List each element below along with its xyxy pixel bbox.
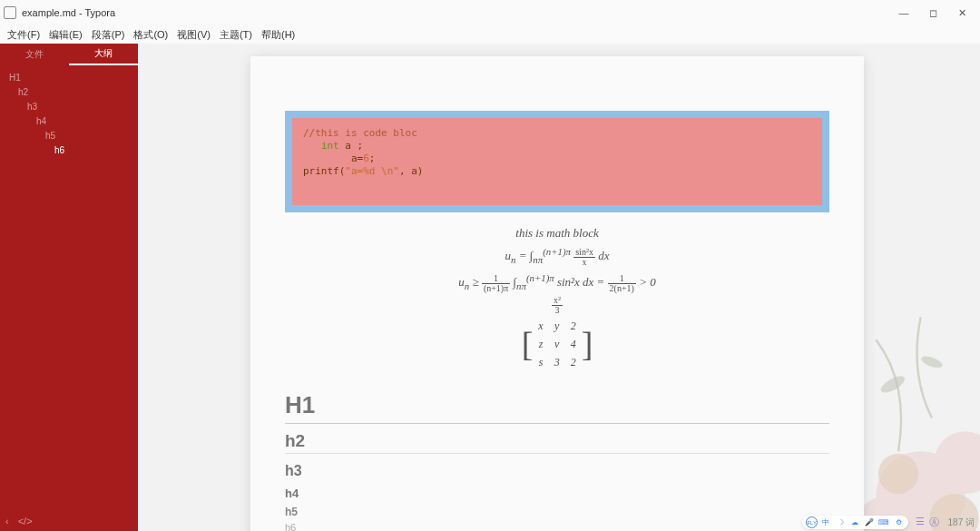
ime-language-icon[interactable]: 中	[820, 516, 832, 528]
back-icon[interactable]: ‹	[5, 516, 9, 526]
window-title: example.md - Typora	[22, 7, 115, 18]
heading-h4[interactable]: h4	[285, 487, 829, 500]
menu-theme[interactable]: 主题(T)	[216, 26, 256, 44]
moon-icon[interactable]: ☽	[835, 516, 847, 528]
code-comment: //this is code bloc	[303, 127, 417, 139]
gear-icon[interactable]: ⚙	[893, 516, 905, 528]
svg-point-5	[878, 373, 907, 396]
outline-item-h2[interactable]: h2	[4, 85, 134, 100]
code-text: a ;	[339, 140, 364, 152]
maximize-button[interactable]: ◻	[918, 0, 947, 25]
mic-icon[interactable]: 🎤	[864, 516, 876, 528]
math-line-3: x²3	[285, 296, 829, 315]
math-line-2: un ≥ 1(n+1)π ∫nπ(n+1)π sin²x dx = 12(n+1…	[285, 270, 829, 294]
outline-item-h5[interactable]: h5	[4, 129, 134, 143]
menubar: 文件(F) 编辑(E) 段落(P) 格式(O) 视图(V) 主题(T) 帮助(H…	[0, 25, 980, 44]
menu-help[interactable]: 帮助(H)	[258, 26, 299, 44]
heading-h3[interactable]: h3	[285, 463, 829, 479]
outline-item-h4[interactable]: h4	[4, 114, 134, 129]
editor-area[interactable]: //this is code bloc int a ; a=6; printf(…	[138, 44, 980, 531]
menu-format[interactable]: 格式(O)	[130, 26, 172, 44]
keyboard-icon[interactable]: ⌨	[878, 516, 890, 528]
heading-h1[interactable]: H1	[285, 391, 829, 424]
code-block[interactable]: //this is code bloc int a ; a=6; printf(…	[285, 111, 829, 212]
menu-paragraph[interactable]: 段落(P)	[88, 26, 129, 44]
math-block[interactable]: this is math block un = ∫nπ(n+1)π sin²xx…	[285, 225, 829, 371]
spellcheck-icon[interactable]: Ⓐ	[929, 516, 939, 529]
document-page: //this is code bloc int a ; a=6; printf(…	[250, 56, 864, 531]
sidebar: 文件 大纲 H1 h2 h3 h4 h5 h6 ‹ </>	[0, 44, 138, 531]
menu-file[interactable]: 文件(F)	[4, 26, 44, 44]
outline-item-h6[interactable]: h6	[4, 143, 134, 158]
code-number: 6	[363, 152, 369, 164]
sidebar-tab-files[interactable]: 文件	[0, 44, 69, 65]
math-header: this is math block	[285, 225, 829, 241]
code-keyword: int	[321, 140, 339, 152]
outline-item-h3[interactable]: h3	[4, 100, 134, 114]
source-mode-icon[interactable]: </>	[18, 516, 33, 526]
math-line-1: un = ∫nπ(n+1)π sin²xx dx	[285, 243, 829, 268]
heading-h2[interactable]: h2	[285, 431, 829, 454]
code-text: printf(	[303, 165, 345, 177]
close-button[interactable]: ✕	[947, 0, 976, 25]
ime-toolbar[interactable]: iFLY 中 ☽ ☁ 🎤 ⌨ ⚙	[802, 516, 908, 529]
minimize-button[interactable]: —	[889, 0, 918, 25]
outline-panel: H1 h2 h3 h4 h5 h6	[0, 65, 138, 163]
ime-logo-icon[interactable]: iFLY	[806, 516, 818, 528]
outline-item-h1[interactable]: H1	[4, 71, 134, 85]
svg-point-6	[920, 354, 944, 370]
menu-view[interactable]: 视图(V)	[173, 26, 214, 44]
status-bar: iFLY 中 ☽ ☁ 🎤 ⌨ ⚙ ☰ Ⓐ 187 词	[802, 516, 975, 529]
app-icon	[4, 6, 16, 19]
sidebar-tab-outline[interactable]: 大纲	[69, 44, 138, 65]
cloud-icon[interactable]: ☁	[849, 516, 861, 528]
math-matrix: [ xy2 zv4 s32 ]	[285, 317, 829, 371]
code-text: a=	[351, 152, 363, 164]
heading-h6[interactable]: h6	[285, 522, 829, 531]
titlebar: example.md - Typora — ◻ ✕	[0, 0, 980, 25]
svg-point-4	[878, 454, 918, 494]
sidebar-toggle-icon[interactable]: ☰	[916, 516, 925, 529]
word-count[interactable]: 187 词	[948, 516, 975, 529]
heading-h5[interactable]: h5	[285, 506, 829, 518]
menu-edit[interactable]: 编辑(E)	[45, 26, 86, 44]
code-string: "a=%d \n"	[345, 165, 399, 177]
code-text: , a)	[399, 165, 424, 177]
